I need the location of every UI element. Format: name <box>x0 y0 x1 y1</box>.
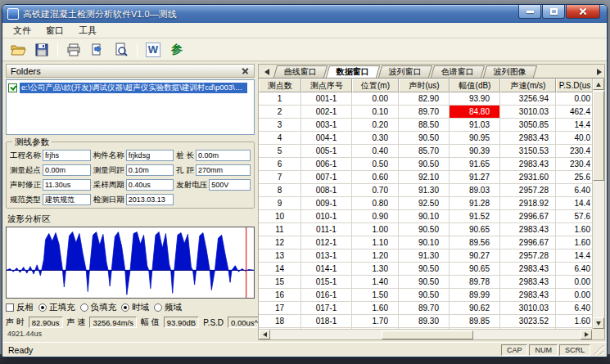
print-preview-button[interactable] <box>111 40 132 59</box>
table-row[interactable]: 7007-10.6092.1091.272931.6025.6 <box>259 171 592 184</box>
param-value[interactable]: frjkdsg <box>126 150 174 161</box>
table-row[interactable]: 11011-11.0090.5090.652983.431.60 <box>259 223 592 236</box>
menu-item-2[interactable]: 工具 <box>71 24 104 38</box>
panel-close-icon[interactable] <box>241 66 250 75</box>
resize-grip-icon[interactable] <box>594 345 603 355</box>
table-row[interactable]: 16016-11.5090.5089.992983.430.00 <box>259 289 592 302</box>
table-cell: 91.52 <box>450 210 500 223</box>
table-cell: 10 <box>259 210 301 223</box>
save-button[interactable] <box>31 40 52 59</box>
toolbar-separator <box>57 43 58 57</box>
minimize-button[interactable] <box>518 5 541 19</box>
readout-label: 声 时 <box>6 317 25 328</box>
param-field: 测量起点0.00m <box>10 164 91 176</box>
param-value[interactable]: frjhs <box>43 150 91 161</box>
table-row[interactable]: 6006-10.5090.5091.652983.43230.4 <box>259 158 592 171</box>
maximize-button[interactable] <box>542 5 565 19</box>
table-row[interactable]: 14014-11.3090.5090.652983.436.40 <box>259 263 592 276</box>
table-cell: 2983.43 <box>500 158 556 171</box>
folders-list-item[interactable]: e:\公司产品\款(开发)调试仪器\超声仪实验数据\建训村cd\p003\p00… <box>8 83 252 93</box>
param-value[interactable]: 0.00m <box>43 164 91 176</box>
export-button[interactable] <box>87 40 108 59</box>
table-row[interactable]: 17017-11.6089.7090.623010.036.40 <box>259 302 592 315</box>
table-row[interactable]: 5005-10.4085.7090.393150.53230.4 <box>259 145 592 158</box>
table-row[interactable]: 4004-10.3090.5090.952983.4340.0 <box>259 132 592 145</box>
tab-数据窗口[interactable]: 数据窗口 <box>326 65 380 78</box>
vertical-scroll-thumb[interactable] <box>593 91 604 181</box>
invert-checkbox[interactable] <box>6 303 14 312</box>
table-row[interactable]: 13013-11.2091.3090.272957.2814.4 <box>259 249 592 263</box>
table-cell: 018-1 <box>301 315 352 328</box>
invert-label: 反相 <box>16 302 34 313</box>
tab-色谱窗口[interactable]: 色谱窗口 <box>431 65 485 78</box>
param-value[interactable]: 2013.03.13 <box>126 194 174 205</box>
horizontal-scrollbar[interactable] <box>259 329 592 339</box>
table-row[interactable]: 3003-10.2088.5091.033050.8514.4 <box>259 119 592 132</box>
app-window: 高铁建混凝土检测分析软件V1.0—测线 文件窗口工具 <box>2 4 608 357</box>
table-row[interactable]: 9009-10.8092.5091.282918.9214.4 <box>259 197 592 210</box>
param-field: 声时修正11.30us <box>10 179 91 191</box>
table-row[interactable]: 1001-10.0082.9093.903256.940.00 <box>259 92 592 106</box>
table-row[interactable]: 10010-10.9090.1091.522996.6757.6 <box>259 210 592 223</box>
column-header-6[interactable]: P.S.D(us <box>556 79 592 92</box>
table-cell: 1.60 <box>556 315 592 328</box>
scroll-right-button[interactable] <box>581 330 592 339</box>
table-cell: 012-1 <box>301 236 352 249</box>
menu-item-0[interactable]: 文件 <box>6 24 38 38</box>
table-cell: 89.70 <box>399 302 450 315</box>
radio-option-1: 负填充 <box>80 302 117 313</box>
param-value[interactable]: 建筑规范 <box>43 194 91 205</box>
open-folder-button[interactable] <box>7 40 29 59</box>
checked-checkbox-icon[interactable] <box>8 83 17 92</box>
scroll-left-button[interactable] <box>259 330 270 339</box>
folders-panel-title: Folders <box>11 66 41 76</box>
table-row[interactable]: 15015-11.4090.5089.782983.430.00 <box>259 276 592 289</box>
menu-item-1[interactable]: 窗口 <box>38 24 71 38</box>
table-cell: 90.50 <box>399 223 450 236</box>
print-button[interactable] <box>63 40 84 59</box>
table-cell: 91.30 <box>399 249 450 263</box>
tab-波列窗口[interactable]: 波列窗口 <box>378 65 432 78</box>
parameters-button[interactable]: 参 <box>166 40 188 59</box>
wave-axis-label: 4921.44us <box>7 330 255 338</box>
table-row[interactable]: 18018-11.7089.3089.853023.521.60 <box>259 315 592 328</box>
radio-button[interactable] <box>38 303 47 312</box>
column-header-1[interactable]: 测点序号 <box>301 79 352 92</box>
word-export-button[interactable]: W <box>142 40 164 59</box>
table-cell: 89.56 <box>450 236 500 249</box>
radio-button[interactable] <box>80 303 88 312</box>
param-value[interactable]: 500V <box>209 179 251 191</box>
param-value[interactable]: 0.00m <box>196 150 251 161</box>
param-value[interactable]: 0.40us <box>126 179 174 191</box>
tab-scroll-left-button[interactable] <box>261 66 272 77</box>
tab-scroll-right-button[interactable] <box>594 66 604 77</box>
table-row[interactable]: 12012-11.1090.1089.562996.671.60 <box>259 236 592 249</box>
column-header-5[interactable]: 声速(m/s) <box>500 79 556 92</box>
table-cell: 3256.94 <box>500 92 556 106</box>
radio-button[interactable] <box>121 303 129 312</box>
close-button[interactable] <box>566 5 600 19</box>
param-value[interactable]: 0.10m <box>126 164 174 176</box>
table-row[interactable]: 8008-10.7091.3089.032957.286.40 <box>259 184 592 197</box>
table-cell: 92.50 <box>399 197 450 210</box>
table-cell: 14.4 <box>556 249 592 263</box>
param-value[interactable]: 11.30us <box>43 179 91 191</box>
param-value[interactable]: 270mm <box>196 164 251 176</box>
table-cell: 2983.43 <box>500 223 556 236</box>
scroll-down-button[interactable] <box>593 317 604 329</box>
column-header-3[interactable]: 声时(us) <box>399 79 450 92</box>
table-row[interactable]: 2002-10.1089.7084.803010.03462.4 <box>259 106 592 119</box>
column-header-2[interactable]: 位置(m) <box>352 79 399 92</box>
param-label: 桩 长 <box>176 151 194 161</box>
table-cell: 1.30 <box>352 263 399 276</box>
column-header-0[interactable]: 测点数 <box>259 79 301 92</box>
tab-波列图像[interactable]: 波列图像 <box>483 65 537 78</box>
radio-button[interactable] <box>154 303 162 312</box>
scroll-up-button[interactable] <box>593 79 604 90</box>
table-cell: 0.40 <box>352 145 399 158</box>
horizontal-scroll-thumb[interactable] <box>382 330 473 339</box>
param-label: 构件名称 <box>93 151 124 161</box>
vertical-scrollbar[interactable] <box>592 79 604 329</box>
column-header-4[interactable]: 幅值(dB) <box>450 79 500 92</box>
tab-曲线窗口[interactable]: 曲线窗口 <box>273 65 328 78</box>
